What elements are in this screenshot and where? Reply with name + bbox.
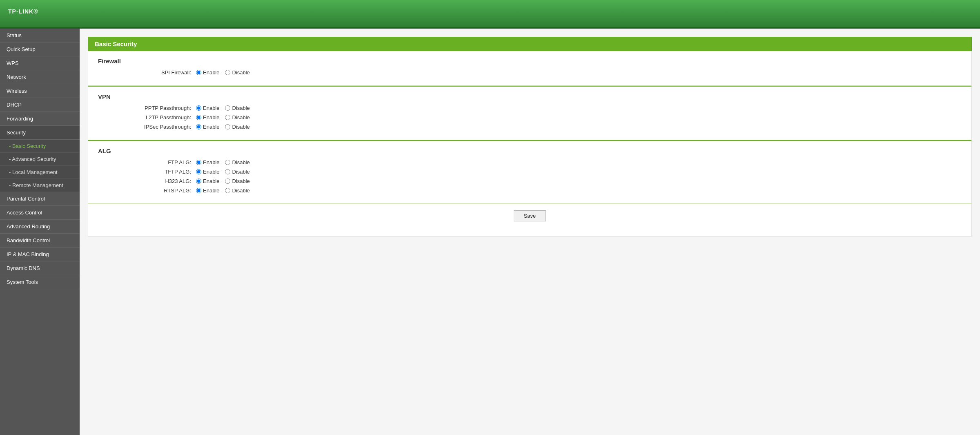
radio-group-rtsp_alg: EnableDisable	[196, 187, 250, 194]
radio-option-l2tp_passthrough-enable[interactable]: Enable	[196, 114, 219, 120]
radio-group-spi_firewall: EnableDisable	[196, 69, 250, 76]
radio-h323_alg-disable[interactable]	[225, 178, 230, 184]
radio-ftp_alg-disable[interactable]	[225, 160, 230, 165]
radio-option-rtsp_alg-enable[interactable]: Enable	[196, 187, 219, 194]
radio-label-rtsp_alg-enable: Enable	[203, 187, 219, 194]
radio-label-ftp_alg-enable: Enable	[203, 159, 219, 165]
radio-label-rtsp_alg-disable: Disable	[232, 187, 249, 194]
radio-option-spi_firewall-enable[interactable]: Enable	[196, 69, 219, 76]
sidebar-item-status[interactable]: Status	[0, 29, 80, 42]
main-content: Basic Security FirewallSPI Firewall:Enab…	[80, 29, 980, 435]
radio-spi_firewall-disable[interactable]	[225, 70, 230, 75]
header: TP-LINK®	[0, 0, 980, 29]
sidebar-item-forwarding[interactable]: Forwarding	[0, 112, 80, 126]
logo: TP-LINK®	[8, 7, 38, 20]
radio-option-ftp_alg-enable[interactable]: Enable	[196, 159, 219, 165]
sidebar-item-remote-management[interactable]: - Remote Management	[0, 179, 80, 192]
page-section-header: Basic Security	[88, 37, 972, 51]
sidebar-item-bandwidth-control[interactable]: Bandwidth Control	[0, 234, 80, 248]
radio-option-rtsp_alg-disable[interactable]: Disable	[225, 187, 249, 194]
radio-label-pptp_passthrough-enable: Enable	[203, 105, 219, 111]
radio-l2tp_passthrough-disable[interactable]	[225, 115, 230, 120]
form-row-spi_firewall: SPI Firewall:EnableDisable	[98, 69, 962, 76]
section-vpn: VPNPPTP Passthrough:EnableDisableL2TP Pa…	[88, 87, 971, 140]
form-row-h323_alg: H323 ALG:EnableDisable	[98, 178, 962, 184]
radio-option-pptp_passthrough-disable[interactable]: Disable	[225, 105, 249, 111]
section-title-firewall: Firewall	[98, 58, 962, 65]
label-l2tp_passthrough: L2TP Passthrough:	[114, 114, 196, 120]
section-firewall: FirewallSPI Firewall:EnableDisable	[88, 51, 971, 86]
radio-label-spi_firewall-disable: Disable	[232, 69, 249, 76]
radio-option-ipsec_passthrough-disable[interactable]: Disable	[225, 124, 249, 130]
label-spi_firewall: SPI Firewall:	[114, 69, 196, 76]
radio-option-tftp_alg-disable[interactable]: Disable	[225, 169, 249, 175]
radio-group-ftp_alg: EnableDisable	[196, 159, 250, 165]
form-row-ftp_alg: FTP ALG:EnableDisable	[98, 159, 962, 165]
label-tftp_alg: TFTP ALG:	[114, 169, 196, 175]
radio-pptp_passthrough-enable[interactable]	[196, 105, 201, 111]
sidebar-item-wps[interactable]: WPS	[0, 56, 80, 70]
radio-rtsp_alg-enable[interactable]	[196, 188, 201, 193]
radio-rtsp_alg-disable[interactable]	[225, 188, 230, 193]
radio-group-l2tp_passthrough: EnableDisable	[196, 114, 250, 120]
radio-pptp_passthrough-disable[interactable]	[225, 105, 230, 111]
sidebar-item-access-control[interactable]: Access Control	[0, 206, 80, 220]
radio-option-tftp_alg-enable[interactable]: Enable	[196, 169, 219, 175]
label-pptp_passthrough: PPTP Passthrough:	[114, 105, 196, 111]
radio-option-h323_alg-disable[interactable]: Disable	[225, 178, 249, 184]
sidebar-item-quick-setup[interactable]: Quick Setup	[0, 42, 80, 56]
radio-label-ipsec_passthrough-disable: Disable	[232, 124, 249, 130]
radio-option-ipsec_passthrough-enable[interactable]: Enable	[196, 124, 219, 130]
radio-option-spi_firewall-disable[interactable]: Disable	[225, 69, 249, 76]
radio-group-h323_alg: EnableDisable	[196, 178, 250, 184]
form-row-l2tp_passthrough: L2TP Passthrough:EnableDisable	[98, 114, 962, 120]
sidebar-item-system-tools[interactable]: System Tools	[0, 275, 80, 289]
radio-label-l2tp_passthrough-disable: Disable	[232, 114, 249, 120]
form-row-ipsec_passthrough: IPSec Passthrough:EnableDisable	[98, 124, 962, 130]
sidebar-item-parental-control[interactable]: Parental Control	[0, 192, 80, 206]
section-alg: ALGFTP ALG:EnableDisableTFTP ALG:EnableD…	[88, 141, 971, 204]
radio-label-l2tp_passthrough-enable: Enable	[203, 114, 219, 120]
sidebar-item-dynamic-dns[interactable]: Dynamic DNS	[0, 261, 80, 275]
radio-spi_firewall-enable[interactable]	[196, 70, 201, 75]
sidebar-item-advanced-routing[interactable]: Advanced Routing	[0, 220, 80, 234]
radio-group-tftp_alg: EnableDisable	[196, 169, 250, 175]
radio-group-pptp_passthrough: EnableDisable	[196, 105, 250, 111]
radio-l2tp_passthrough-enable[interactable]	[196, 115, 201, 120]
radio-label-pptp_passthrough-disable: Disable	[232, 105, 249, 111]
radio-option-pptp_passthrough-enable[interactable]: Enable	[196, 105, 219, 111]
label-rtsp_alg: RTSP ALG:	[114, 187, 196, 194]
radio-tftp_alg-disable[interactable]	[225, 169, 230, 174]
radio-label-h323_alg-disable: Disable	[232, 178, 249, 184]
section-title-vpn: VPN	[98, 93, 962, 100]
radio-h323_alg-enable[interactable]	[196, 178, 201, 184]
radio-option-h323_alg-enable[interactable]: Enable	[196, 178, 219, 184]
logo-reg: ®	[33, 8, 38, 14]
radio-option-l2tp_passthrough-disable[interactable]: Disable	[225, 114, 249, 120]
radio-ipsec_passthrough-enable[interactable]	[196, 124, 201, 129]
form-row-tftp_alg: TFTP ALG:EnableDisable	[98, 169, 962, 175]
sidebar-item-network[interactable]: Network	[0, 70, 80, 84]
radio-label-tftp_alg-disable: Disable	[232, 169, 249, 175]
radio-tftp_alg-enable[interactable]	[196, 169, 201, 174]
sidebar-item-basic-security[interactable]: - Basic Security	[0, 140, 80, 153]
sidebar: StatusQuick SetupWPSNetworkWirelessDHCPF…	[0, 29, 80, 435]
radio-label-ftp_alg-disable: Disable	[232, 159, 249, 165]
sidebar-item-security[interactable]: Security	[0, 126, 80, 140]
radio-ipsec_passthrough-disable[interactable]	[225, 124, 230, 129]
form-row-pptp_passthrough: PPTP Passthrough:EnableDisable	[98, 105, 962, 111]
sidebar-item-advanced-security[interactable]: - Advanced Security	[0, 153, 80, 166]
layout: StatusQuick SetupWPSNetworkWirelessDHCPF…	[0, 29, 980, 435]
radio-label-ipsec_passthrough-enable: Enable	[203, 124, 219, 130]
save-area: Save	[88, 204, 971, 228]
radio-ftp_alg-enable[interactable]	[196, 160, 201, 165]
label-h323_alg: H323 ALG:	[114, 178, 196, 184]
sidebar-item-local-management[interactable]: - Local Management	[0, 166, 80, 179]
sidebar-item-ip-mac-binding[interactable]: IP & MAC Binding	[0, 248, 80, 261]
radio-label-spi_firewall-enable: Enable	[203, 69, 219, 76]
save-button[interactable]: Save	[514, 210, 546, 221]
sidebar-item-wireless[interactable]: Wireless	[0, 84, 80, 98]
sidebar-item-dhcp[interactable]: DHCP	[0, 98, 80, 112]
radio-option-ftp_alg-disable[interactable]: Disable	[225, 159, 249, 165]
label-ipsec_passthrough: IPSec Passthrough:	[114, 124, 196, 130]
